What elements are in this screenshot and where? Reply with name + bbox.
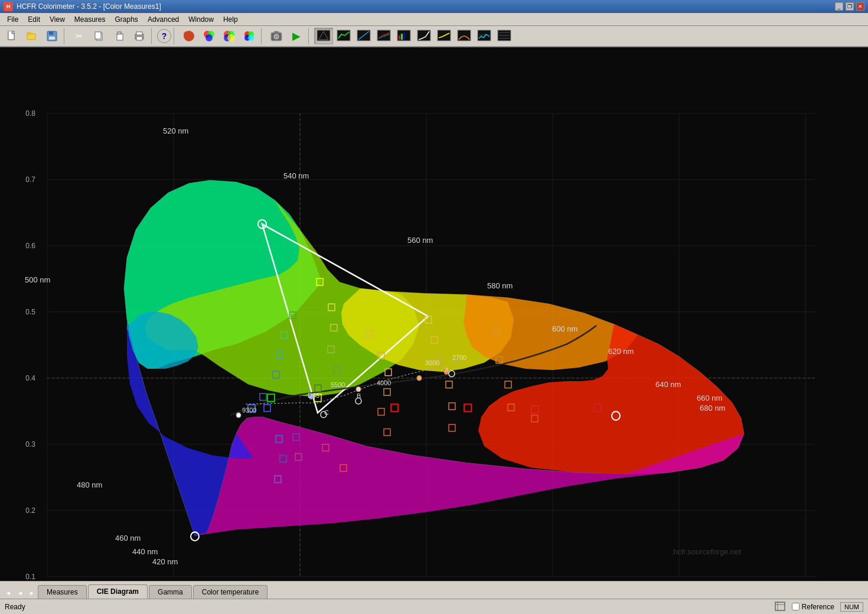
tab-cie-diagram[interactable]: CIE Diagram: [88, 584, 148, 599]
svg-rect-33: [377, 30, 390, 41]
svg-point-21: [227, 34, 234, 41]
svg-rect-5: [49, 37, 55, 40]
close-button[interactable]: ✕: [856, 2, 864, 11]
tab-scroll-prev[interactable]: ◄: [14, 587, 26, 599]
sep4: [261, 28, 265, 44]
tab-scroll-next[interactable]: ►: [26, 587, 38, 599]
open-button[interactable]: [22, 28, 41, 44]
restore-button[interactable]: ❐: [846, 2, 854, 11]
view-luminance-button[interactable]: [334, 28, 353, 44]
menu-measures[interactable]: Measures: [70, 14, 110, 25]
svg-text:0.3: 0.3: [25, 440, 35, 449]
app-logo: H: [4, 2, 13, 11]
svg-text:0.2: 0.2: [25, 506, 35, 515]
svg-rect-11: [136, 32, 142, 35]
help-button[interactable]: ?: [157, 29, 171, 43]
view-saturation-button[interactable]: [394, 28, 413, 44]
view-cie-button[interactable]: [314, 28, 333, 44]
svg-rect-2: [27, 33, 31, 34]
sep2: [151, 28, 155, 44]
view-nearblack-button[interactable]: [415, 28, 433, 44]
svg-text:0.8: 0.8: [25, 109, 35, 118]
sep5: [308, 28, 312, 44]
svg-text:460 nm: 460 nm: [115, 534, 141, 542]
view-deltae-button[interactable]: [475, 28, 494, 44]
svg-text:500 nm: 500 nm: [25, 275, 50, 284]
minimize-button[interactable]: _: [835, 2, 843, 11]
paste-button[interactable]: [110, 28, 129, 44]
svg-rect-37: [403, 33, 405, 40]
menu-graphs[interactable]: Graphs: [110, 14, 143, 25]
window-title: HCFR Colorimeter - 3.5.2 - [Color Measur…: [17, 2, 831, 11]
view-nearwhite-button[interactable]: [435, 28, 453, 44]
svg-text:hcfr.sourceforge.net: hcfr.sourceforge.net: [673, 547, 741, 556]
copy-button[interactable]: [90, 28, 109, 44]
svg-text:B: B: [357, 392, 361, 399]
titlebar: H HCFR Colorimeter - 3.5.2 - [Color Meas…: [0, 0, 868, 13]
color-full-button[interactable]: [240, 28, 259, 44]
svg-text:640 nm: 640 nm: [655, 380, 681, 389]
svg-rect-28: [274, 31, 279, 33]
new-button[interactable]: [2, 28, 21, 44]
capture-button[interactable]: [267, 28, 286, 44]
tabbar: ◄ ◄ ► Measures CIE Diagram Gamma Color t…: [0, 581, 868, 599]
menu-view[interactable]: View: [45, 14, 70, 25]
cie-svg: 0.8 0.7 0.6 0.5 0.4 0.3 0.2 0.1 0.2 0.3 …: [0, 47, 868, 581]
view-gamma-button[interactable]: [354, 28, 373, 44]
svg-text:0.5: 0.5: [25, 308, 35, 316]
status-text: Ready: [5, 603, 389, 611]
svg-text:3000: 3000: [425, 359, 439, 366]
svg-text:540 nm: 540 nm: [283, 171, 309, 180]
svg-text:0.7: 0.7: [25, 176, 35, 184]
menu-file[interactable]: File: [2, 14, 23, 25]
play-button[interactable]: ▶: [287, 28, 306, 44]
svg-rect-7: [95, 32, 101, 39]
svg-text:480 nm: 480 nm: [77, 480, 102, 489]
menu-window[interactable]: Window: [184, 14, 218, 25]
reference-checkbox[interactable]: [792, 603, 800, 610]
menubar: File Edit View Measures Graphs Advanced …: [0, 13, 868, 26]
tab-color-temperature[interactable]: Color temperature: [193, 585, 268, 599]
statusbar: Ready Reference NUM: [0, 599, 868, 614]
menu-advanced[interactable]: Advanced: [143, 14, 184, 25]
svg-text:4000: 4000: [377, 379, 391, 386]
svg-text:680 nm: 680 nm: [700, 404, 725, 412]
svg-text:D65: D65: [308, 392, 319, 399]
svg-point-17: [205, 34, 213, 41]
svg-point-68: [356, 386, 361, 391]
save-button[interactable]: [43, 28, 61, 44]
svg-text:660 nm: 660 nm: [697, 394, 722, 402]
print-button[interactable]: [130, 28, 149, 44]
svg-text:600 nm: 600 nm: [552, 324, 577, 333]
view-colortemp-button[interactable]: [455, 28, 474, 44]
tab-gamma[interactable]: Gamma: [149, 585, 192, 599]
view-summary-button[interactable]: [495, 28, 514, 44]
svg-rect-36: [401, 34, 403, 40]
tab-scroll-left[interactable]: ◄: [2, 587, 14, 599]
svg-text:620 nm: 620 nm: [608, 347, 634, 356]
svg-rect-9: [118, 32, 121, 34]
view-rgb-levels-button[interactable]: [374, 28, 393, 44]
sep3: [174, 28, 177, 44]
svg-rect-41: [478, 30, 491, 41]
svg-text:440 nm: 440 nm: [132, 547, 158, 556]
color-primary-button[interactable]: [180, 28, 198, 44]
menu-edit[interactable]: Edit: [23, 14, 45, 25]
svg-rect-4: [49, 31, 53, 35]
cut-button[interactable]: ✂: [70, 28, 89, 44]
svg-text:2700: 2700: [452, 354, 466, 361]
view-icon: [774, 601, 786, 613]
svg-text:520 nm: 520 nm: [163, 126, 188, 135]
color-rgbw-button[interactable]: [200, 28, 218, 44]
svg-rect-8: [117, 34, 123, 40]
reference-label: Reference: [802, 603, 834, 611]
sep1: [64, 28, 67, 44]
num-indicator: NUM: [840, 602, 863, 612]
menu-help[interactable]: Help: [218, 14, 243, 25]
tab-measures[interactable]: Measures: [38, 585, 87, 599]
svg-text:0.6: 0.6: [25, 242, 35, 250]
color-analysis-button[interactable]: [220, 28, 239, 44]
svg-rect-35: [399, 35, 400, 40]
toolbar: ✂ ? ▶: [0, 26, 868, 47]
cie-diagram: 0.8 0.7 0.6 0.5 0.4 0.3 0.2 0.1 0.2 0.3 …: [0, 47, 868, 581]
